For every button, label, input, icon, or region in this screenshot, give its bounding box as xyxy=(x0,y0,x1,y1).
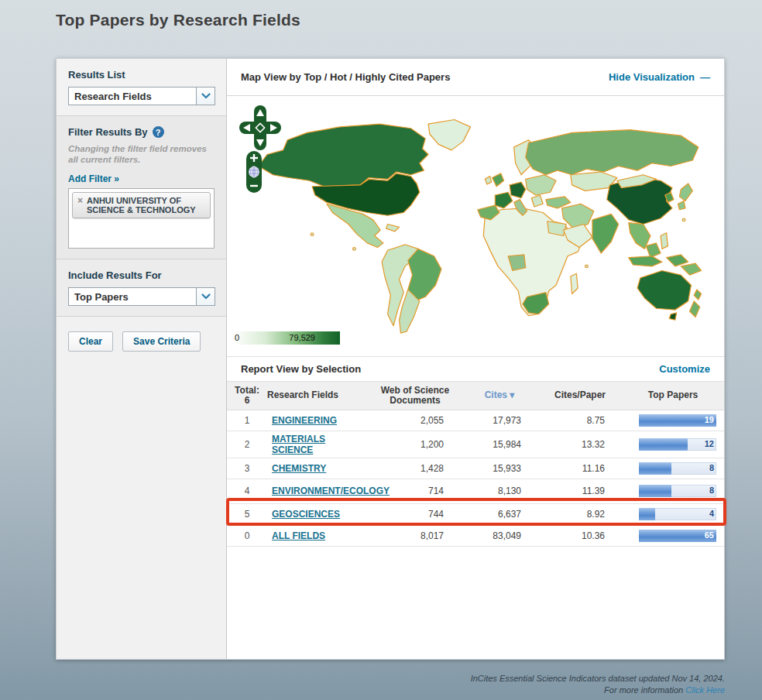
top-papers-bar: 4 xyxy=(639,508,716,520)
results-list-label: Results List xyxy=(68,69,215,81)
cpp-value: 10.36 xyxy=(538,525,622,546)
cpp-value: 8.92 xyxy=(538,503,622,525)
wos-value: 2,055 xyxy=(369,410,461,431)
filter-by-label: Filter Results By xyxy=(68,126,148,138)
results-list-section: Results List Research Fields xyxy=(57,59,226,116)
actions-section: Clear Save Criteria xyxy=(57,317,226,659)
map-area: 0 79,529 xyxy=(227,96,724,356)
add-filter-link[interactable]: Add Filter » xyxy=(68,173,119,184)
field-link[interactable]: ENVIRONMENT/ECOLOGY xyxy=(272,486,390,496)
sidebar: Results List Research Fields Filter Resu… xyxy=(57,59,227,659)
cites-value: 8,130 xyxy=(461,479,538,503)
row-rank: 2 xyxy=(227,431,267,458)
remove-filter-icon[interactable]: × xyxy=(77,196,83,205)
top-papers-value: 12 xyxy=(705,439,714,448)
hide-visualization-link[interactable]: Hide Visualization — xyxy=(609,71,710,83)
sort-desc-icon: ▾ xyxy=(510,389,514,400)
row-rank: 1 xyxy=(227,410,267,431)
top-papers-bar: 8 xyxy=(639,462,716,475)
top-papers-bar: 12 xyxy=(639,438,716,451)
report-view-title: Report View by Selection xyxy=(241,363,361,375)
total-header: Total: 6 xyxy=(227,382,267,410)
dataset-updated-note: InCites Essential Science Indicators dat… xyxy=(471,673,725,685)
report-header: Report View by Selection Customize xyxy=(227,356,724,382)
report-table: Total: 6 Research Fields Web of Science … xyxy=(227,382,724,547)
row-rank: 4 xyxy=(227,479,267,503)
col-wos-documents: Web of Science Documents xyxy=(369,382,461,410)
include-results-label: Include Results For xyxy=(68,269,215,281)
field-link[interactable]: CHEMISTRY xyxy=(272,463,326,474)
page-title: Top Papers by Research Fields xyxy=(56,11,300,29)
cpp-value: 11.16 xyxy=(538,458,622,479)
field-link[interactable]: GEOSCIENCES xyxy=(272,509,340,520)
include-results-value: Top Papers xyxy=(69,288,196,305)
cites-value: 15,933 xyxy=(461,458,538,479)
world-map[interactable] xyxy=(230,102,721,335)
include-results-section: Include Results For Top Papers xyxy=(57,259,226,317)
col-cites-per-paper: Cites/Paper xyxy=(538,382,622,410)
wos-value: 1,428 xyxy=(369,458,461,479)
cites-value: 83,049 xyxy=(461,525,538,546)
table-header-row: Total: 6 Research Fields Web of Science … xyxy=(227,382,724,410)
results-list-select[interactable]: Research Fields xyxy=(68,87,215,105)
top-papers-value: 65 xyxy=(705,530,714,540)
main-content: Map View by Top / Hot / Highly Cited Pap… xyxy=(227,59,724,659)
filter-chip-label: ANHUI UNIVERSITY OF SCIENCE & TECHNOLOGY xyxy=(87,196,205,214)
map-pan-control[interactable] xyxy=(238,104,283,152)
clear-button[interactable]: Clear xyxy=(68,331,113,352)
cpp-value: 11.39 xyxy=(538,479,622,503)
cpp-value: 8.75 xyxy=(538,410,622,431)
filter-chip[interactable]: × ANHUI UNIVERSITY OF SCIENCE & TECHNOLO… xyxy=(72,192,211,218)
map-view-title: Map View by Top / Hot / Highly Cited Pap… xyxy=(241,71,450,83)
content-panel: Results List Research Fields Filter Resu… xyxy=(56,58,725,660)
more-info-label: For more information xyxy=(604,685,683,695)
click-here-link[interactable]: Click Here xyxy=(685,685,725,695)
chevron-down-icon xyxy=(196,88,215,105)
top-papers-bar: 8 xyxy=(639,485,716,497)
wos-value: 744 xyxy=(369,503,461,525)
results-list-value: Research Fields xyxy=(69,88,196,105)
cites-label: Cites xyxy=(485,389,507,400)
filter-section: Filter Results By ? Changing the filter … xyxy=(57,116,226,259)
globe-icon xyxy=(249,166,259,177)
wos-value: 1,200 xyxy=(369,431,461,458)
filter-note: Changing the filter field removes all cu… xyxy=(68,143,215,165)
top-papers-value: 4 xyxy=(709,509,714,518)
map-zoom-control[interactable] xyxy=(245,150,263,194)
top-papers-value: 19 xyxy=(705,415,714,424)
map-header: Map View by Top / Hot / Highly Cited Pap… xyxy=(227,59,724,96)
include-results-select[interactable]: Top Papers xyxy=(68,287,215,306)
field-link[interactable]: ALL FIELDS xyxy=(272,530,325,541)
help-icon[interactable]: ? xyxy=(153,126,164,138)
cites-value: 15,984 xyxy=(461,431,538,458)
field-link[interactable]: MATERIALS SCIENCE xyxy=(272,434,325,455)
field-link[interactable]: ENGINEERING xyxy=(272,415,337,426)
legend-min-value: 0 xyxy=(235,333,239,342)
top-papers-value: 8 xyxy=(709,463,714,472)
table-row: 4 ENVIRONMENT/ECOLOGY 714 8,130 11.39 8 xyxy=(227,479,724,503)
cites-value: 17,973 xyxy=(461,410,538,431)
col-research-fields: Research Fields xyxy=(267,382,369,410)
col-cites-sortable[interactable]: Cites ▾ xyxy=(461,382,538,410)
cites-value: 6,637 xyxy=(461,503,538,525)
cpp-value: 13.32 xyxy=(538,431,622,458)
table-row: 2 MATERIALS SCIENCE 1,200 15,984 13.32 1… xyxy=(227,431,724,458)
row-rank: 3 xyxy=(227,458,267,479)
table-row-highlighted: 5 GEOSCIENCES 744 6,637 8.92 4 xyxy=(227,503,724,525)
legend-max-value: 79,529 xyxy=(289,333,315,342)
wos-value: 8,017 xyxy=(369,525,461,546)
customize-link[interactable]: Customize xyxy=(659,363,710,375)
table-row: 1 ENGINEERING 2,055 17,973 8.75 19 xyxy=(227,410,724,431)
map-legend: 0 79,529 xyxy=(233,331,340,345)
top-papers-value: 8 xyxy=(709,486,714,495)
top-papers-bar: 65 xyxy=(639,530,716,542)
row-rank: 0 xyxy=(227,525,267,546)
table-row: 0 ALL FIELDS 8,017 83,049 10.36 65 xyxy=(227,525,724,546)
chevron-down-icon xyxy=(196,288,215,305)
save-criteria-button[interactable]: Save Criteria xyxy=(122,331,201,352)
col-top-papers: Top Papers xyxy=(622,382,724,410)
report-table-wrap: Total: 6 Research Fields Web of Science … xyxy=(227,382,724,659)
row-rank: 5 xyxy=(227,503,267,525)
table-row: 3 CHEMISTRY 1,428 15,933 11.16 8 xyxy=(227,458,724,479)
footer: InCites Essential Science Indicators dat… xyxy=(471,673,725,696)
